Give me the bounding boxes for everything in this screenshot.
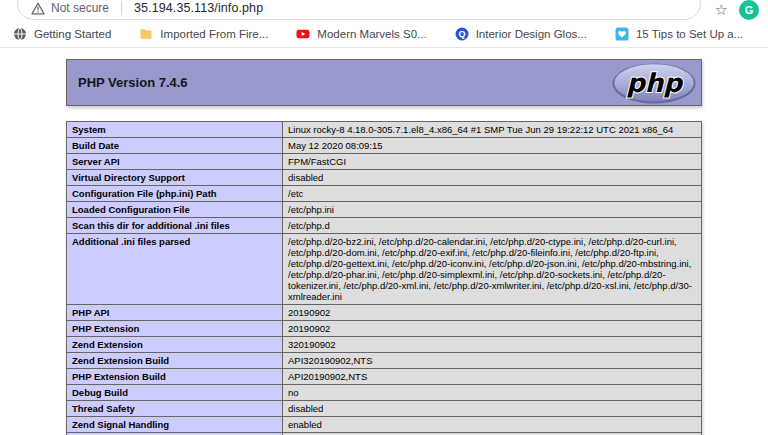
row-label: Virtual Directory Support bbox=[67, 170, 283, 186]
table-row: Loaded Configuration File /etc/php.ini bbox=[67, 202, 702, 218]
row-value: May 12 2020 08:09:15 bbox=[283, 138, 702, 154]
row-label: Additional .ini files parsed bbox=[67, 234, 283, 305]
row-label: Zend Extension Build bbox=[67, 353, 283, 369]
browser-toolbar: Not secure 35.194.35.113/info.php ☆ G bbox=[0, 0, 768, 21]
extension-badge-letter: G bbox=[745, 4, 754, 16]
row-value: no bbox=[283, 385, 702, 401]
row-label: Server API bbox=[67, 154, 283, 170]
bookmark-star-icon[interactable]: ☆ bbox=[715, 0, 728, 20]
row-value: enabled bbox=[283, 417, 702, 433]
row-label: Debug Build bbox=[67, 385, 283, 401]
phpinfo-header: PHP Version 7.4.6 php bbox=[66, 59, 702, 106]
row-label: PHP Extension Build bbox=[67, 369, 283, 385]
url-text[interactable]: 35.194.35.113/info.php bbox=[134, 1, 263, 15]
table-row: PHP Extension 20190902 bbox=[67, 321, 702, 337]
php-logo[interactable]: php bbox=[612, 63, 696, 104]
row-value: disabled bbox=[283, 401, 702, 417]
bookmark-label: Imported From Fire... bbox=[160, 28, 268, 40]
row-label: Loaded Configuration File bbox=[67, 202, 283, 218]
row-label: Thread Safety bbox=[67, 401, 283, 417]
php-logo-text: php bbox=[626, 68, 684, 98]
row-value: 20190902 bbox=[283, 321, 702, 337]
table-row: Zend Signal Handling enabled bbox=[67, 417, 702, 433]
bookmark-imported-from-firefox[interactable]: Imported From Fire... bbox=[139, 27, 268, 41]
svg-text:Q: Q bbox=[458, 29, 465, 39]
row-label: Build Date bbox=[67, 138, 283, 154]
row-value: Linux rocky-8 4.18.0-305.7.1.el8_4.x86_6… bbox=[283, 122, 702, 138]
not-secure-label[interactable]: Not secure bbox=[51, 1, 109, 15]
page-title: PHP Version 7.4.6 bbox=[78, 75, 188, 90]
bookmark-label: 15 Tips to Set Up a... bbox=[636, 28, 743, 40]
row-value: /etc/php.ini bbox=[283, 202, 702, 218]
row-label: Configuration File (php.ini) Path bbox=[67, 186, 283, 202]
row-value: API320190902,NTS bbox=[283, 353, 702, 369]
table-row: Debug Build no bbox=[67, 385, 702, 401]
row-label: PHP API bbox=[67, 305, 283, 321]
bookmark-interior-design[interactable]: Q Interior Design Glos... bbox=[455, 27, 587, 41]
table-row: System Linux rocky-8 4.18.0-305.7.1.el8_… bbox=[67, 122, 702, 138]
table-row: Scan this dir for additional .ini files … bbox=[67, 218, 702, 234]
table-row: Thread Safety disabled bbox=[67, 401, 702, 417]
bookmark-label: Modern Marvels S0... bbox=[317, 28, 426, 40]
row-label: Zend Signal Handling bbox=[67, 417, 283, 433]
url-separator bbox=[121, 1, 122, 15]
address-bar[interactable]: Not secure 35.194.35.113/info.php bbox=[17, 0, 701, 20]
table-row: PHP Extension Build API20190902,NTS bbox=[67, 369, 702, 385]
browser-chrome: Not secure 35.194.35.113/info.php ☆ G Ge… bbox=[0, 0, 768, 48]
table-row: Configuration File (php.ini) Path /etc bbox=[67, 186, 702, 202]
folder-icon bbox=[139, 27, 153, 41]
address-bar-content: Not secure 35.194.35.113/info.php bbox=[31, 0, 263, 16]
row-label: Scan this dir for additional .ini files bbox=[67, 218, 283, 234]
heart-square-icon bbox=[615, 27, 629, 41]
bookmark-modern-marvels[interactable]: Modern Marvels S0... bbox=[296, 27, 426, 41]
grammarly-extension-icon[interactable]: G bbox=[739, 0, 759, 20]
row-value: disabled bbox=[283, 170, 702, 186]
row-label: PHP Extension bbox=[67, 321, 283, 337]
bookmark-getting-started[interactable]: Getting Started bbox=[13, 27, 111, 41]
table-row: Additional .ini files parsed /etc/php.d/… bbox=[67, 234, 702, 305]
not-secure-warning-icon[interactable] bbox=[31, 2, 45, 15]
row-value: /etc bbox=[283, 186, 702, 202]
phpinfo-table: System Linux rocky-8 4.18.0-305.7.1.el8_… bbox=[66, 121, 702, 435]
row-value: /etc/php.d/20-bz2.ini, /etc/php.d/20-cal… bbox=[283, 234, 702, 305]
phpinfo-page: PHP Version 7.4.6 php System Linux rocky… bbox=[0, 48, 768, 435]
table-row: Virtual Directory Support disabled bbox=[67, 170, 702, 186]
table-row: Build Date May 12 2020 08:09:15 bbox=[67, 138, 702, 154]
q-circle-icon: Q bbox=[455, 27, 469, 41]
row-value: FPM/FastCGI bbox=[283, 154, 702, 170]
row-value: 320190902 bbox=[283, 337, 702, 353]
bookmarks-bar: Getting Started Imported From Fire... Mo… bbox=[0, 21, 768, 48]
row-value: API20190902,NTS bbox=[283, 369, 702, 385]
table-row: Server API FPM/FastCGI bbox=[67, 154, 702, 170]
row-label: System bbox=[67, 122, 283, 138]
youtube-icon bbox=[296, 27, 310, 41]
table-row: Zend Extension 320190902 bbox=[67, 337, 702, 353]
table-row: Zend Extension Build API320190902,NTS bbox=[67, 353, 702, 369]
bookmark-label: Getting Started bbox=[34, 28, 111, 40]
bookmark-15-tips[interactable]: 15 Tips to Set Up a... bbox=[615, 27, 743, 41]
row-value: /etc/php.d bbox=[283, 218, 702, 234]
table-row: PHP API 20190902 bbox=[67, 305, 702, 321]
row-value: 20190902 bbox=[283, 305, 702, 321]
globe-icon bbox=[13, 27, 27, 41]
bookmark-label: Interior Design Glos... bbox=[476, 28, 587, 40]
row-label: Zend Extension bbox=[67, 337, 283, 353]
phpinfo-table-body: System Linux rocky-8 4.18.0-305.7.1.el8_… bbox=[67, 122, 702, 435]
